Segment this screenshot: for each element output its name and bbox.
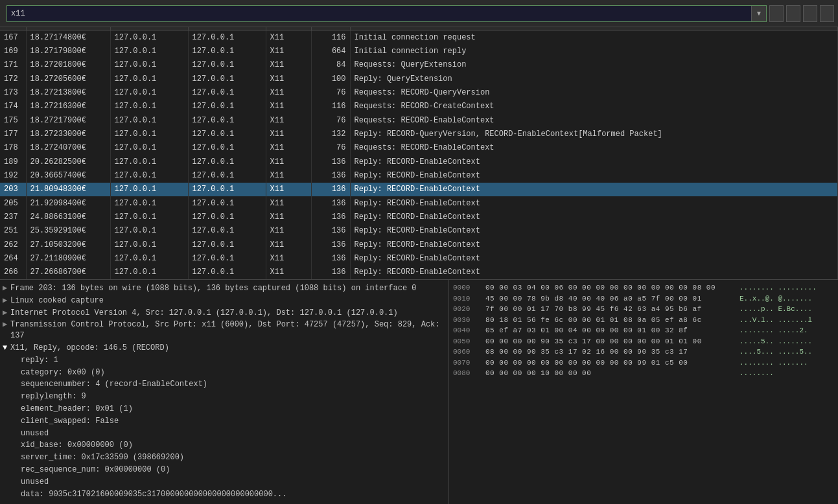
filter-input[interactable] (7, 8, 751, 19)
filter-dropdown-button[interactable]: ▼ (751, 6, 766, 21)
detail-text: xid_base: 0x00000000 (0) (21, 440, 446, 451)
hex-bytes: 00 00 03 04 00 06 00 00 00 00 00 00 00 0… (485, 282, 732, 293)
table-row[interactable]: 169 18.27179800€ 127.0.0.1 127.0.0.1 X11… (0, 45, 838, 58)
cell-time: 18.27174800€ (26, 30, 110, 45)
cell-length: 76 (311, 141, 350, 155)
table-row[interactable]: 172 18.27205600€ 127.0.0.1 127.0.0.1 X11… (0, 72, 838, 86)
hex-offset: 0030 (453, 315, 478, 326)
cell-time: 27.26686700€ (26, 266, 110, 279)
detail-row[interactable]: ▶ Internet Protocol Version 4, Src: 127.… (0, 307, 448, 319)
hex-offset: 0060 (453, 347, 478, 358)
cell-protocol: X11 (266, 30, 311, 45)
cell-length: 100 (311, 72, 350, 86)
detail-arrow: ▶ (3, 295, 10, 306)
cell-protocol: X11 (266, 183, 311, 196)
hex-bytes: 00 00 00 00 10 00 00 00 (485, 368, 732, 379)
detail-row[interactable]: ▶ Frame 203: 136 bytes on wire (1088 bit… (0, 282, 448, 295)
cell-no: 173 (0, 86, 26, 99)
packet-detail-panel: ▶ Frame 203: 136 bytes on wire (1088 bit… (0, 280, 449, 504)
cell-length: 116 (311, 100, 350, 113)
cell-length: 136 (311, 210, 350, 223)
apply-button[interactable] (803, 5, 817, 22)
cell-no: 167 (0, 30, 26, 45)
detail-arrow: ▶ (3, 308, 10, 319)
detail-row[interactable]: ▶ Linux cooked capture (0, 295, 448, 307)
cell-no: 169 (0, 45, 26, 58)
table-row[interactable]: 264 27.21180900€ 127.0.0.1 127.0.0.1 X11… (0, 251, 838, 265)
cell-source: 127.0.0.1 (110, 100, 188, 113)
cell-no: 192 (0, 168, 26, 182)
cell-info: Reply: RECORD-EnableContext (350, 168, 838, 182)
cell-time: 27.10503200€ (26, 238, 110, 251)
cell-info: Reply: RECORD-EnableContext (350, 224, 838, 238)
bottom-panels: ▶ Frame 203: 136 bytes on wire (1088 bit… (0, 280, 838, 504)
detail-row[interactable]: ▶ Transmission Control Protocol, Src Por… (0, 319, 448, 342)
detail-text: Frame 203: 136 bytes on wire (1088 bits)… (10, 283, 446, 294)
detail-arrow: ▶ (3, 319, 10, 330)
packet-list: 167 18.27174800€ 127.0.0.1 127.0.0.1 X11… (0, 27, 838, 280)
cell-destination: 127.0.0.1 (188, 183, 266, 196)
cell-protocol: X11 (266, 127, 311, 141)
clear-button[interactable] (786, 5, 800, 22)
cell-length: 136 (311, 266, 350, 279)
detail-arrow: ▼ (3, 343, 10, 354)
detail-text: unused (21, 477, 446, 488)
cell-destination: 127.0.0.1 (188, 141, 266, 155)
col-header-time (26, 27, 110, 30)
table-row[interactable]: 262 27.10503200€ 127.0.0.1 127.0.0.1 X11… (0, 238, 838, 251)
table-row[interactable]: 251 25.35929100€ 127.0.0.1 127.0.0.1 X11… (0, 224, 838, 238)
table-row[interactable]: 189 20.26282500€ 127.0.0.1 127.0.0.1 X11… (0, 155, 838, 168)
hex-bytes: 7f 00 00 01 17 70 b8 99 45 f6 42 63 a4 9… (485, 304, 732, 315)
cell-protocol: X11 (266, 251, 311, 265)
table-row[interactable]: 178 18.27240700€ 127.0.0.1 127.0.0.1 X11… (0, 141, 838, 155)
table-row[interactable]: 266 27.26686700€ 127.0.0.1 127.0.0.1 X11… (0, 266, 838, 279)
cell-no: 266 (0, 266, 26, 279)
cell-destination: 127.0.0.1 (188, 196, 266, 210)
col-header-length (311, 27, 350, 30)
hex-row: 0060 08 00 00 90 35 c3 17 02 16 00 00 90… (453, 347, 834, 358)
cell-length: 136 (311, 155, 350, 168)
expression-button[interactable] (769, 5, 784, 22)
cell-info: Reply: RECORD-EnableContext (350, 210, 838, 223)
table-row[interactable]: 175 18.27217900€ 127.0.0.1 127.0.0.1 X11… (0, 113, 838, 127)
save-button[interactable] (820, 5, 834, 22)
cell-source: 127.0.0.1 (110, 127, 188, 141)
detail-text: Internet Protocol Version 4, Src: 127.0.… (10, 308, 446, 319)
cell-source: 127.0.0.1 (110, 224, 188, 238)
cell-time: 18.27179800€ (26, 45, 110, 58)
cell-source: 127.0.0.1 (110, 155, 188, 168)
cell-info: Initial connection request (350, 30, 838, 45)
hex-offset: 0020 (453, 304, 478, 315)
detail-row: category: 0x00 (0) (0, 367, 448, 379)
cell-protocol: X11 (266, 155, 311, 168)
cell-time: 21.80948300€ (26, 183, 110, 196)
table-row[interactable]: 177 18.27233000€ 127.0.0.1 127.0.0.1 X11… (0, 127, 838, 141)
cell-protocol: X11 (266, 238, 311, 251)
col-header-protocol (266, 27, 311, 30)
packet-list-wrapper: 167 18.27174800€ 127.0.0.1 127.0.0.1 X11… (0, 27, 838, 280)
table-row[interactable]: 205 21.92098400€ 127.0.0.1 127.0.0.1 X11… (0, 196, 838, 210)
detail-text: server_time: 0x17c33590 (398669200) (21, 452, 446, 463)
detail-row: server_time: 0x17c33590 (398669200) (0, 452, 448, 464)
packet-tbody: 167 18.27174800€ 127.0.0.1 127.0.0.1 X11… (0, 30, 838, 281)
cell-length: 136 (311, 224, 350, 238)
table-row[interactable]: 167 18.27174800€ 127.0.0.1 127.0.0.1 X11… (0, 30, 838, 45)
cell-protocol: X11 (266, 58, 311, 72)
table-row[interactable]: 173 18.27213800€ 127.0.0.1 127.0.0.1 X11… (0, 86, 838, 99)
detail-text: X11, Reply, opcode: 146.5 (RECORD) (10, 343, 446, 354)
detail-row[interactable]: ▼ X11, Reply, opcode: 146.5 (RECORD) (0, 342, 448, 354)
cell-info: Requests: QueryExtension (350, 58, 838, 72)
table-row[interactable]: 203 21.80948300€ 127.0.0.1 127.0.0.1 X11… (0, 183, 838, 196)
table-row[interactable]: 171 18.27201800€ 127.0.0.1 127.0.0.1 X11… (0, 58, 838, 72)
hex-offset: 0000 (453, 282, 478, 293)
hex-ascii: ....5... .....5.. (739, 347, 812, 358)
table-row[interactable]: 192 20.36657400€ 127.0.0.1 127.0.0.1 X11… (0, 168, 838, 182)
cell-time: 27.21180900€ (26, 251, 110, 265)
detail-row: rec_sequence_num: 0x00000000 (0) (0, 464, 448, 476)
cell-no: 177 (0, 127, 26, 141)
cell-no: 264 (0, 251, 26, 265)
hex-offset: 0070 (453, 358, 478, 369)
table-row[interactable]: 237 24.88663100€ 127.0.0.1 127.0.0.1 X11… (0, 210, 838, 223)
table-row[interactable]: 174 18.27216300€ 127.0.0.1 127.0.0.1 X11… (0, 100, 838, 113)
detail-row: element_header: 0x01 (1) (0, 403, 448, 415)
